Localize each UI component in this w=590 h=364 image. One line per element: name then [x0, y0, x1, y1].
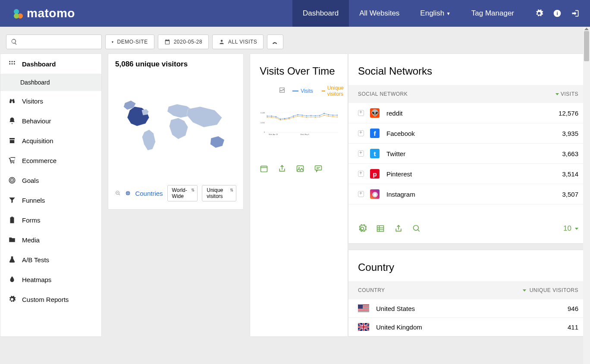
- col-social-network[interactable]: SOCIAL NETWORK: [358, 91, 408, 97]
- svg-point-3: [14, 13, 19, 19]
- svg-point-31: [289, 117, 290, 118]
- row-value: 3,507: [562, 191, 578, 198]
- sidebar-label: Funnels: [22, 197, 45, 204]
- svg-point-47: [284, 119, 285, 120]
- info-icon[interactable]: i: [553, 9, 562, 18]
- col-visits[interactable]: VISITS: [555, 91, 578, 97]
- sidebar-item-customreports[interactable]: Custom Reports: [0, 289, 101, 309]
- calendar-icon[interactable]: [260, 164, 268, 173]
- sidebar-label: Media: [22, 236, 40, 244]
- segment-selector[interactable]: ALL VISITS: [212, 35, 264, 49]
- sidebar-label: Acquisition: [22, 137, 53, 144]
- country-title: Country: [348, 250, 588, 281]
- rows-per-page[interactable]: 10: [563, 224, 578, 233]
- nav-tag-manager[interactable]: Tag Manager: [461, 0, 524, 27]
- table-row[interactable]: pPinterest3,514: [348, 164, 588, 184]
- image-icon[interactable]: [296, 164, 304, 173]
- gear-icon[interactable]: [535, 9, 543, 18]
- svg-point-42: [337, 115, 338, 116]
- svg-point-45: [276, 117, 276, 118]
- row-label: United Kingdom: [376, 323, 422, 331]
- globe-icon[interactable]: [125, 189, 131, 197]
- svg-point-50: [298, 116, 298, 116]
- sidebar-item-visitors[interactable]: Visitors: [0, 91, 101, 111]
- svg-rect-72: [358, 309, 369, 310]
- zoom-out-icon[interactable]: [115, 189, 121, 197]
- search-input[interactable]: [6, 35, 102, 49]
- export-icon[interactable]: [394, 224, 403, 233]
- sidebar-sub-dashboard[interactable]: Dashboard: [0, 74, 101, 91]
- funnel-icon: [8, 196, 16, 204]
- svg-text:3,265: 3,265: [261, 122, 265, 124]
- table-row[interactable]: United Kingdom411: [348, 318, 588, 336]
- svg-point-55: [320, 116, 320, 117]
- nav-all-websites[interactable]: All Websites: [349, 0, 410, 27]
- sidebar-item-heatmaps[interactable]: Heatmaps: [0, 270, 101, 289]
- sidebar-item-dashboard[interactable]: Dashboard: [0, 54, 101, 74]
- nav-icon-group: i: [524, 0, 590, 27]
- countries-link[interactable]: Countries: [135, 190, 163, 197]
- target-icon: [8, 176, 16, 184]
- table-row[interactable]: tTwitter3,663: [348, 144, 588, 164]
- gear-icon[interactable]: [358, 224, 367, 233]
- beaker-icon: [8, 256, 16, 264]
- logout-icon[interactable]: [571, 9, 580, 18]
- annotation-icon[interactable]: [314, 164, 323, 173]
- nav-dashboard[interactable]: Dashboard: [292, 0, 349, 27]
- nav-language[interactable]: English ▼: [410, 0, 461, 27]
- sidebar-item-behaviour[interactable]: Behaviour: [0, 111, 101, 131]
- sidebar-item-forms[interactable]: Forms: [0, 210, 101, 230]
- row-value: 411: [568, 323, 578, 331]
- sidebar: Dashboard Dashboard Visitors Behaviour A…: [0, 53, 102, 337]
- row-value: 12,576: [559, 110, 578, 117]
- date-selector[interactable]: 2020-05-28: [158, 35, 209, 49]
- svg-point-34: [302, 115, 303, 116]
- sidebar-label: Goals: [22, 177, 39, 184]
- sidebar-item-ecommerce[interactable]: Ecommerce: [0, 151, 101, 170]
- row-label: United States: [376, 305, 415, 312]
- sidebar-item-media[interactable]: Media: [0, 230, 101, 250]
- scroll-thumb[interactable]: [584, 31, 589, 61]
- matomo-icon: [9, 6, 23, 20]
- expand-icon[interactable]: [358, 151, 364, 157]
- sidebar-item-funnels[interactable]: Funnels: [0, 190, 101, 210]
- sidebar-item-abtests[interactable]: A/B Tests: [0, 250, 101, 270]
- svg-point-38: [320, 115, 320, 116]
- svg-point-54: [315, 117, 316, 118]
- svg-rect-73: [358, 311, 369, 311]
- svg-point-56: [324, 115, 325, 116]
- expand-icon[interactable]: [358, 110, 364, 116]
- expand-icon[interactable]: [358, 171, 364, 177]
- brand-logo[interactable]: matomo: [9, 6, 75, 20]
- sidebar-label: Dashboard: [22, 60, 56, 68]
- visits-chart[interactable]: Visits Unique visitors 6,530 3,265 0 Wed…: [260, 86, 338, 159]
- collapse-button[interactable]: ︽: [267, 35, 283, 49]
- expand-icon[interactable]: [358, 191, 364, 197]
- scroll-up-icon[interactable]: [584, 28, 589, 30]
- scrollbar[interactable]: [583, 27, 590, 364]
- cart-icon: [8, 157, 16, 164]
- expand-icon[interactable]: [358, 130, 364, 136]
- svg-point-59: [337, 116, 338, 117]
- export-icon[interactable]: [278, 164, 286, 173]
- col-country[interactable]: COUNTRY: [358, 287, 385, 293]
- row-value: 3,935: [562, 130, 578, 137]
- sidebar-item-acquisition[interactable]: Acquisition: [0, 131, 101, 151]
- metric-select[interactable]: Unique visitors: [202, 185, 236, 201]
- region-select[interactable]: World-Wide: [167, 185, 198, 201]
- site-selector[interactable]: ▾DEMO-SITE: [105, 35, 154, 49]
- search-icon[interactable]: [412, 224, 421, 233]
- sidebar-item-goals[interactable]: Goals: [0, 170, 101, 190]
- table-row[interactable]: 👽reddit12,576: [348, 103, 588, 123]
- table-row[interactable]: United States946: [348, 299, 588, 318]
- table-icon[interactable]: [376, 224, 385, 233]
- chart-config-icon[interactable]: [279, 87, 286, 94]
- social-icon: ◉: [370, 189, 380, 199]
- gear-icon: [8, 295, 16, 303]
- col-unique-visitors[interactable]: UNIQUE VISITORS: [523, 287, 578, 293]
- svg-point-44: [271, 117, 272, 118]
- svg-point-39: [324, 113, 325, 114]
- table-row[interactable]: ◉Instagram3,507: [348, 184, 588, 204]
- table-row[interactable]: fFacebook3,935: [348, 123, 588, 144]
- world-map[interactable]: [115, 71, 236, 183]
